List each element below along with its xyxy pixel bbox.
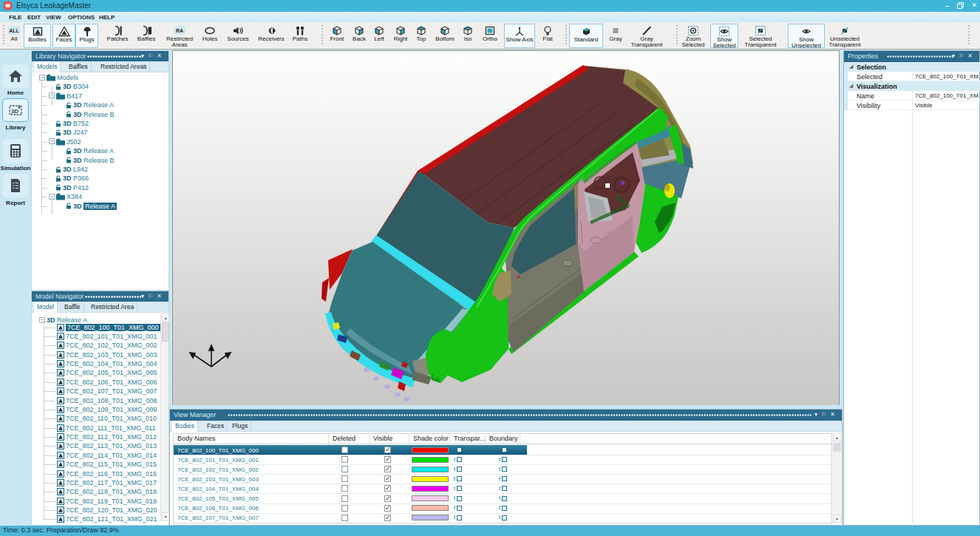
svg-text:RA: RA (176, 28, 183, 33)
svg-text:3D: 3D (11, 108, 18, 115)
svg-text:ALL: ALL (9, 28, 19, 33)
